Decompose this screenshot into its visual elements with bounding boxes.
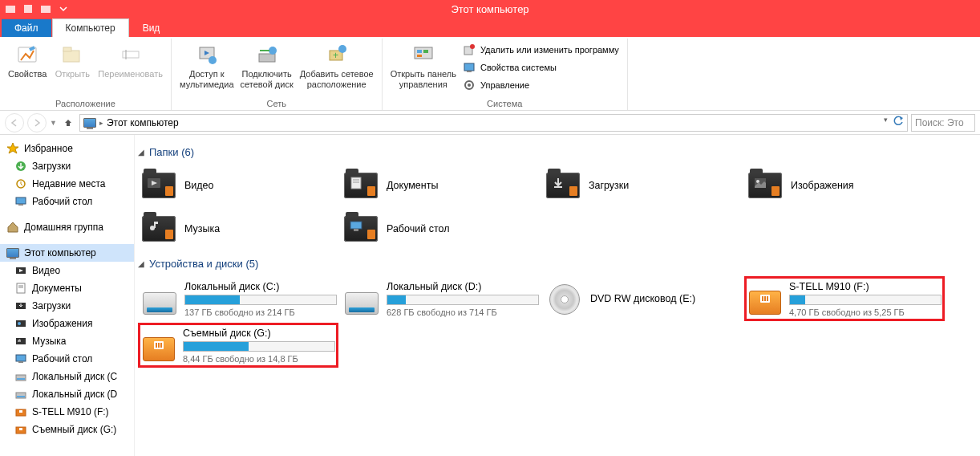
content-area: ◢Папки (6) ВидеоДокументыЗагрузкиИзображ… (135, 135, 980, 456)
drive-name: S-TELL M910 (F:) (789, 281, 942, 292)
group-label-location: Расположение (5, 99, 166, 110)
open-button[interactable]: Открыть (50, 40, 95, 81)
sidebar-item-desktop-fav[interactable]: Рабочий стол (0, 193, 134, 210)
svg-rect-62 (350, 222, 362, 229)
svg-rect-4 (63, 51, 79, 62)
svg-point-14 (338, 45, 346, 53)
sidebar-item[interactable]: Съемный диск (G:) (0, 421, 134, 438)
svg-marker-27 (7, 143, 18, 153)
drive-item[interactable]: Локальный диск (D:)628 ГБ свободно из 71… (340, 276, 541, 321)
drive-item[interactable]: Съемный диск (G:)8,44 ГБ свободно из 14,… (138, 323, 338, 368)
tab-view[interactable]: Вид (130, 19, 173, 37)
svg-point-39 (18, 322, 21, 325)
svg-rect-19 (417, 55, 422, 57)
folders-header[interactable]: ◢Папки (6) (138, 146, 977, 158)
group-label-system: Система (387, 99, 622, 110)
computer-icon (83, 118, 96, 128)
svg-point-58 (756, 180, 759, 183)
quick-access-toolbar (0, 2, 71, 16)
sidebar-item[interactable]: Музыка (0, 332, 134, 350)
properties-button[interactable]: Свойства (5, 40, 50, 81)
qat-dropdown-icon[interactable] (56, 2, 71, 16)
svg-rect-2 (41, 6, 51, 13)
sidebar-item-label: Изображения (32, 318, 92, 329)
address-bar[interactable]: ▸ Этот компьютер ▾ (79, 114, 908, 132)
folder-name: Документы (387, 180, 438, 191)
ribbon-group-network: Доступ к мультимедиа Подключить сетевой … (172, 39, 383, 110)
uninstall-button[interactable]: Удалить или изменить программу (460, 42, 622, 58)
sidebar-item[interactable]: Рабочий стол (0, 350, 134, 368)
collapse-icon: ◢ (138, 259, 144, 268)
ribbon: Свойства Открыть Переименовать Расположе… (0, 37, 980, 111)
sidebar-item[interactable]: Документы (0, 279, 134, 297)
svg-text:+: + (333, 50, 338, 61)
folder-icon (141, 169, 176, 202)
search-input[interactable]: Поиск: Это (911, 114, 975, 132)
svg-rect-46 (17, 396, 25, 397)
add-location-button[interactable]: + Добавить сетевое расположение (297, 40, 377, 92)
refresh-icon[interactable] (893, 116, 904, 129)
ribbon-group-location: Свойства Открыть Переименовать Расположе… (0, 39, 172, 110)
up-button[interactable] (60, 115, 76, 131)
drive-item[interactable]: DVD RW дисковод (E:) (542, 276, 743, 321)
media-access-button[interactable]: Доступ к мультимедиа (176, 40, 237, 92)
computer-icon (6, 246, 19, 259)
manage-icon (463, 79, 476, 92)
svg-point-12 (269, 47, 277, 55)
drive-item[interactable]: Локальный диск (C:)137 ГБ свободно из 21… (138, 276, 338, 321)
sidebar-item[interactable]: S-TELL M910 (F:) (0, 403, 134, 421)
item-icon (14, 282, 27, 295)
folder-name: Музыка (184, 223, 220, 234)
svg-rect-61 (154, 222, 158, 224)
rename-button[interactable]: Переименовать (95, 40, 166, 81)
collapse-icon: ◢ (138, 148, 144, 157)
manage-button[interactable]: Управление (460, 77, 622, 93)
qat-icon-2[interactable] (21, 2, 35, 16)
sidebar-favorites[interactable]: Избранное (0, 140, 134, 157)
forward-button[interactable] (27, 113, 47, 132)
sidebar-item[interactable]: Локальный диск (C (0, 368, 134, 385)
sidebar-item[interactable]: Видео (0, 262, 134, 279)
breadcrumb-arrow-icon: ▸ (99, 119, 103, 127)
control-panel-icon (411, 42, 436, 67)
drive-name: Локальный диск (D:) (387, 281, 539, 292)
item-icon (14, 423, 27, 436)
folder-name: Изображения (791, 180, 854, 191)
qat-icon-3[interactable] (38, 2, 53, 16)
qat-icon-1[interactable] (3, 2, 18, 16)
folder-item[interactable]: Изображения (744, 165, 945, 206)
folder-item[interactable]: Загрузки (542, 165, 743, 206)
system-properties-button[interactable]: Свойства системы (460, 59, 622, 75)
map-drive-button[interactable]: Подключить сетевой диск (237, 40, 297, 92)
sidebar-homegroup[interactable]: Домашняя группа (0, 218, 134, 236)
usage-bar (387, 295, 539, 305)
sidebar-this-pc[interactable]: Этот компьютер (0, 244, 134, 262)
folder-item[interactable]: Музыка (138, 208, 338, 250)
control-panel-button[interactable]: Открыть панель управления (387, 40, 460, 92)
drive-free-text: 8,44 ГБ свободно из 14,8 ГБ (183, 354, 335, 364)
folder-item[interactable]: Видео (138, 165, 338, 206)
svg-point-10 (209, 56, 217, 64)
address-dropdown-icon[interactable]: ▾ (884, 116, 888, 129)
sidebar-item-label: Видео (32, 265, 60, 276)
folder-item[interactable]: Рабочий стол (340, 208, 541, 250)
tab-computer[interactable]: Компьютер (52, 18, 129, 37)
folder-item[interactable]: Документы (340, 165, 541, 206)
back-button[interactable] (5, 113, 24, 132)
svg-rect-41 (16, 355, 26, 361)
breadcrumb[interactable]: Этот компьютер (107, 117, 179, 128)
sidebar-item[interactable]: Загрузки (0, 297, 134, 315)
drive-name: Съемный диск (G:) (183, 328, 335, 339)
drive-item[interactable]: S-TELL M910 (F:)4,70 ГБ свободно из 5,25… (744, 276, 945, 321)
star-icon (6, 142, 19, 155)
sidebar-item-recent[interactable]: Недавние места (0, 175, 134, 193)
window-title: Этот компьютер (451, 3, 528, 15)
usage-bar (184, 295, 337, 305)
sidebar-item[interactable]: Локальный диск (D (0, 385, 134, 403)
tab-file[interactable]: Файл (2, 19, 51, 37)
sidebar-item-downloads[interactable]: Загрузки (0, 157, 134, 175)
sidebar-item[interactable]: Изображения (0, 315, 134, 332)
drives-header[interactable]: ◢Устройства и диски (5) (138, 258, 977, 270)
item-icon (14, 317, 27, 330)
history-dropdown-icon[interactable]: ▼ (50, 119, 57, 127)
